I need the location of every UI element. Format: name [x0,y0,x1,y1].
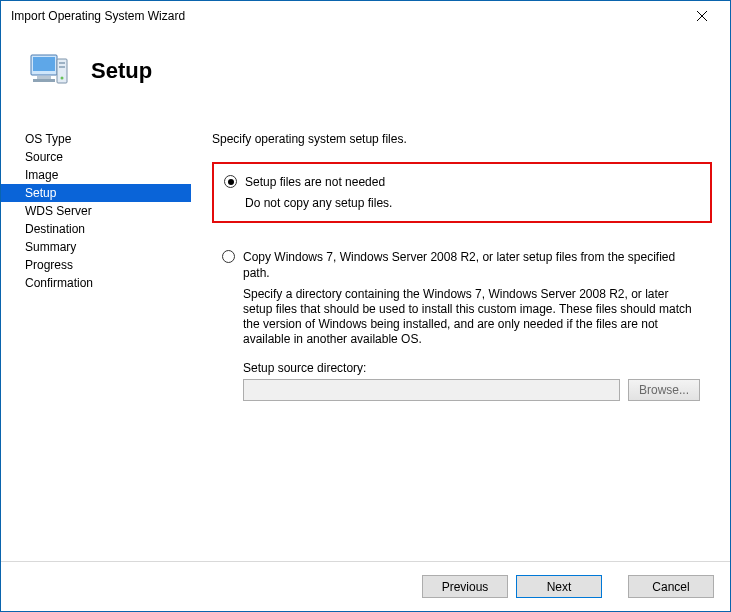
svg-rect-5 [33,79,55,82]
footer: Previous Next Cancel [1,561,730,611]
next-button[interactable]: Next [516,575,602,598]
option-copy-setup-files[interactable]: Copy Windows 7, Windows Server 2008 R2, … [212,239,712,411]
option-no-setup-label: Setup files are not needed [245,174,698,190]
svg-rect-7 [59,62,65,64]
svg-rect-4 [37,76,51,79]
titlebar: Import Operating System Wizard [1,1,730,31]
step-setup[interactable]: Setup [1,184,191,202]
wizard-header: Setup [1,31,730,117]
svg-rect-8 [59,66,65,68]
step-confirmation[interactable]: Confirmation [1,274,191,292]
instruction-text: Specify operating system setup files. [212,132,712,146]
step-os-type[interactable]: OS Type [1,130,191,148]
option-no-setup-desc: Do not copy any setup files. [245,196,698,211]
option-no-setup-files[interactable]: Setup files are not needed Do not copy a… [212,162,712,223]
step-wds-server[interactable]: WDS Server [1,202,191,220]
content-pane: Specify operating system setup files. Se… [191,118,730,561]
step-image[interactable]: Image [1,166,191,184]
close-icon [697,11,707,21]
option-copy-label: Copy Windows 7, Windows Server 2008 R2, … [243,249,700,281]
wizard-body: OS Type Source Image Setup WDS Server De… [1,117,730,561]
svg-point-9 [61,77,64,80]
source-dir-label: Setup source directory: [243,361,700,375]
cancel-button[interactable]: Cancel [628,575,714,598]
step-source[interactable]: Source [1,148,191,166]
previous-button[interactable]: Previous [422,575,508,598]
page-title: Setup [91,58,152,84]
close-button[interactable] [682,2,722,30]
radio-no-setup-files[interactable] [224,175,237,188]
source-dir-input[interactable] [243,379,620,401]
svg-rect-3 [33,57,55,71]
step-summary[interactable]: Summary [1,238,191,256]
wizard-window: Import Operating System Wizard Setup [0,0,731,612]
step-progress[interactable]: Progress [1,256,191,274]
browse-button[interactable]: Browse... [628,379,700,401]
window-title: Import Operating System Wizard [11,9,682,23]
computer-icon [25,47,73,95]
radio-copy-setup-files[interactable] [222,250,235,263]
step-sidebar: OS Type Source Image Setup WDS Server De… [1,118,191,561]
option-copy-desc: Specify a directory containing the Windo… [243,287,700,347]
step-destination[interactable]: Destination [1,220,191,238]
